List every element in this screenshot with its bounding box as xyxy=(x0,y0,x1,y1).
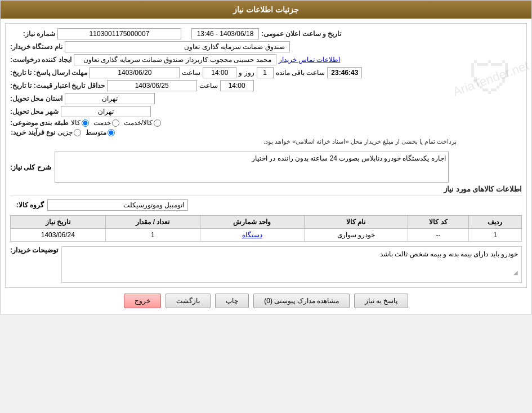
contact-link[interactable]: اطلاعات تماس خریدار xyxy=(279,56,341,64)
need-number-value: 1103001175000007 xyxy=(57,28,181,39)
creator-value: محمد حسینی محجوب کاربرداز صندوق ضمانت سر… xyxy=(74,54,276,65)
validity-time-label: ساعت xyxy=(199,82,218,90)
purchase-type-label: نوع فرآیند خرید: xyxy=(10,128,55,136)
category-goods-service[interactable]: کالا/خدمت xyxy=(124,119,161,127)
need-number-label: شماره نیاز: xyxy=(10,30,55,38)
resize-handle[interactable]: ◢ xyxy=(65,269,518,276)
goods-info-title: اطلاعات کالاهای مورد نیاز xyxy=(10,185,522,196)
buyer-name-label: نام دستگاه خریدار: xyxy=(10,43,62,51)
cell-name-1: خودرو سواری xyxy=(304,229,408,242)
city-label: شهر محل تحویل: xyxy=(10,108,59,116)
deadline-time-value: 14:00 xyxy=(203,67,236,78)
buyer-notes-label: توضیحات خریدار: xyxy=(10,246,58,254)
province-label: استان محل تحویل: xyxy=(10,95,62,103)
validity-date-value: 1403/06/25 xyxy=(107,80,197,91)
payment-note: پرداخت تمام یا بخشی از مبلغ خریدار محل «… xyxy=(263,138,457,145)
category-service[interactable]: خدمت xyxy=(93,119,119,127)
need-description-section: شرح کلی نیاز: xyxy=(10,152,522,183)
validity-time-value: 14:00 xyxy=(220,80,254,91)
buyer-name-value: صندوق ضمانت سرمایه گذاری تعاون xyxy=(65,41,290,52)
category-label: طبقه بندی موضوعی: xyxy=(10,119,69,127)
form-area: تاریخ و ساعت اعلان عمومی: 1403/06/18 - 1… xyxy=(10,28,457,147)
col-header-row: ردیف xyxy=(468,216,521,229)
reply-button[interactable]: پاسخ به نیاز xyxy=(354,294,408,308)
goods-group-value: اتومبیل وموتورسیکلت xyxy=(47,199,188,211)
col-header-qty: تعداد / مقدار xyxy=(105,216,200,229)
day-label: روز و xyxy=(239,69,254,77)
category-goods[interactable]: کالا xyxy=(71,119,89,127)
cell-unit-1[interactable]: دستگاه xyxy=(200,229,304,242)
category-service-radio[interactable] xyxy=(112,119,119,127)
purchase-medium[interactable]: متوسط xyxy=(86,128,115,136)
col-header-name: نام کالا xyxy=(304,216,408,229)
purchase-minor[interactable]: جزیی xyxy=(57,128,81,136)
need-description-label: شرح کلی نیاز: xyxy=(10,163,51,171)
buyer-notes-box: خودرو باید دارای بیمه بدنه و بیمه شخص ثا… xyxy=(61,246,522,283)
purchase-medium-radio[interactable] xyxy=(108,129,115,136)
need-description-textarea[interactable] xyxy=(55,152,449,183)
cell-row-1: 1 xyxy=(468,229,521,242)
category-goods-radio[interactable] xyxy=(82,119,89,127)
category-service-label: خدمت xyxy=(93,119,111,127)
back-button[interactable]: بازگشت xyxy=(166,294,211,308)
province-value: تهران xyxy=(65,93,155,104)
purchase-type-radio-group: متوسط جزیی xyxy=(57,128,115,136)
table-row: 1 -- خودرو سواری دستگاه 1 1403/06/24 xyxy=(11,229,522,242)
col-header-code: کد کالا xyxy=(408,216,469,229)
category-goods-service-label: کالا/خدمت xyxy=(124,119,153,127)
creator-label: ایجاد کننده درخواست: xyxy=(10,56,71,64)
goods-table-section: ردیف کد کالا نام کالا واحد شمارش تعداد /… xyxy=(10,215,522,242)
print-button[interactable]: چاپ xyxy=(215,294,249,308)
category-radio-group: کالا/خدمت خدمت کالا xyxy=(71,119,161,127)
deadline-time-label: ساعت xyxy=(182,69,200,77)
buyer-notes-section: خودرو باید دارای بیمه بدنه و بیمه شخص ثا… xyxy=(10,246,522,283)
exit-button[interactable]: خروج xyxy=(124,294,161,308)
col-header-unit: واحد شمارش xyxy=(200,216,304,229)
category-goods-label: کالا xyxy=(71,119,81,127)
goods-table: ردیف کد کالا نام کالا واحد شمارش تعداد /… xyxy=(10,215,522,242)
remaining-label: ساعت باقی مانده xyxy=(276,69,325,77)
footer-buttons: پاسخ به نیاز مشاهده مدارک پیوستی (0) چاپ… xyxy=(1,294,531,308)
view-docs-button[interactable]: مشاهده مدارک پیوستی (0) xyxy=(253,294,350,308)
timer-value: 23:46:43 xyxy=(327,67,362,78)
purchase-medium-label: متوسط xyxy=(86,128,106,136)
page-title: جزئیات اطلاعات نیاز xyxy=(1,1,531,19)
deadline-label: مهلت ارسال پاسخ: تا تاریخ: xyxy=(10,69,87,77)
goods-group-label: گروه کالا: xyxy=(10,201,44,209)
purchase-minor-label: جزیی xyxy=(57,128,73,136)
deadline-date-value: 1403/06/20 xyxy=(90,67,180,78)
city-value: تهران xyxy=(61,106,151,117)
col-header-date: تاریخ نیاز xyxy=(11,216,106,229)
cell-code-1: -- xyxy=(408,229,469,242)
goods-group-row: اتومبیل وموتورسیکلت گروه کالا: xyxy=(10,199,522,211)
cell-date-1: 1403/06/24 xyxy=(11,229,106,242)
category-goods-service-radio[interactable] xyxy=(154,119,161,127)
cell-qty-1: 1 xyxy=(105,229,200,242)
deadline-day-value: 1 xyxy=(257,67,274,78)
buyer-notes-value: خودرو باید دارای بیمه بدنه و بیمه شخص ثا… xyxy=(65,250,518,258)
watermark-area: 🛡 AriaTender.net xyxy=(460,28,522,130)
purchase-minor-radio[interactable] xyxy=(74,129,81,136)
announcement-date-value: 1403/06/18 - 13:46 xyxy=(191,28,259,39)
validity-label: حداقل تاریخ اعتبار قیمت: تا تاریخ: xyxy=(10,82,105,90)
announcement-date-label: تاریخ و ساعت اعلان عمومی: xyxy=(261,30,341,38)
